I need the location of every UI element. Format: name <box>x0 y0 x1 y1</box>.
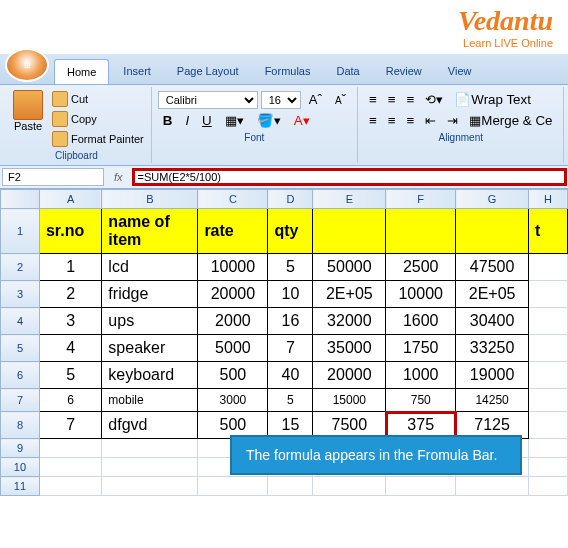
align-bottom-button[interactable]: ≡ <box>402 90 420 109</box>
tab-insert[interactable]: Insert <box>111 59 163 84</box>
cell-B5[interactable]: speaker <box>102 335 198 362</box>
row-header-10[interactable]: 10 <box>1 458 40 477</box>
cell-D4[interactable]: 16 <box>268 308 313 335</box>
row-header-11[interactable]: 11 <box>1 477 40 496</box>
cell-B4[interactable]: ups <box>102 308 198 335</box>
column-header-B[interactable]: B <box>102 190 198 209</box>
cell-F11[interactable] <box>386 477 456 496</box>
align-right-button[interactable]: ≡ <box>402 111 420 130</box>
format-painter-button[interactable]: Format Painter <box>51 130 145 148</box>
name-box[interactable]: F2 <box>2 168 104 186</box>
cell-H4[interactable] <box>528 308 567 335</box>
paste-button[interactable]: Paste <box>8 90 48 148</box>
cell-B1[interactable]: name of item <box>102 209 198 254</box>
column-header-A[interactable]: A <box>39 190 101 209</box>
cell-G1[interactable] <box>456 209 529 254</box>
cell-H3[interactable] <box>528 281 567 308</box>
cell-C2[interactable]: 10000 <box>198 254 268 281</box>
cell-F2[interactable]: 2500 <box>386 254 456 281</box>
border-button[interactable]: ▦▾ <box>220 111 249 130</box>
cell-E2[interactable]: 50000 <box>313 254 386 281</box>
column-header-G[interactable]: G <box>456 190 529 209</box>
font-size-select[interactable]: 16 <box>261 91 301 109</box>
italic-button[interactable]: I <box>180 111 194 130</box>
row-header-6[interactable]: 6 <box>1 362 40 389</box>
cell-G4[interactable]: 30400 <box>456 308 529 335</box>
formula-input[interactable]: =SUM(E2*5/100) <box>132 168 567 186</box>
underline-button[interactable]: U <box>197 111 217 130</box>
cell-E4[interactable]: 32000 <box>313 308 386 335</box>
row-header-8[interactable]: 8 <box>1 412 40 439</box>
column-header-C[interactable]: C <box>198 190 268 209</box>
row-header-5[interactable]: 5 <box>1 335 40 362</box>
row-header-9[interactable]: 9 <box>1 439 40 458</box>
font-name-select[interactable]: Calibri <box>158 91 258 109</box>
tab-home[interactable]: Home <box>54 59 109 84</box>
cell-A8[interactable]: 7 <box>39 412 101 439</box>
cell-B7[interactable]: mobile <box>102 389 198 412</box>
row-header-7[interactable]: 7 <box>1 389 40 412</box>
cell-A3[interactable]: 2 <box>39 281 101 308</box>
cell-E7[interactable]: 15000 <box>313 389 386 412</box>
cell-B2[interactable]: lcd <box>102 254 198 281</box>
cell-G5[interactable]: 33250 <box>456 335 529 362</box>
cell-A1[interactable]: sr.no <box>39 209 101 254</box>
wrap-text-button[interactable]: 📄Wrap Text <box>449 90 536 109</box>
tab-formulas[interactable]: Formulas <box>253 59 323 84</box>
increase-indent-button[interactable]: ⇥ <box>442 111 463 130</box>
row-header-2[interactable]: 2 <box>1 254 40 281</box>
cell-A10[interactable] <box>39 458 101 477</box>
cell-H11[interactable] <box>528 477 567 496</box>
cell-G11[interactable] <box>456 477 529 496</box>
cell-D11[interactable] <box>268 477 313 496</box>
cell-A4[interactable]: 3 <box>39 308 101 335</box>
cell-E3[interactable]: 2E+05 <box>313 281 386 308</box>
cell-B8[interactable]: dfgvd <box>102 412 198 439</box>
cell-C11[interactable] <box>198 477 268 496</box>
column-header-H[interactable]: H <box>528 190 567 209</box>
decrease-indent-button[interactable]: ⇤ <box>420 111 441 130</box>
tab-data[interactable]: Data <box>324 59 371 84</box>
cell-H2[interactable] <box>528 254 567 281</box>
tab-view[interactable]: View <box>436 59 484 84</box>
row-header-4[interactable]: 4 <box>1 308 40 335</box>
align-top-button[interactable]: ≡ <box>364 90 382 109</box>
cell-H8[interactable] <box>528 412 567 439</box>
cell-H1[interactable]: t <box>528 209 567 254</box>
cut-button[interactable]: Cut <box>51 90 145 108</box>
cell-H5[interactable] <box>528 335 567 362</box>
cell-F6[interactable]: 1000 <box>386 362 456 389</box>
cell-D2[interactable]: 5 <box>268 254 313 281</box>
orientation-button[interactable]: ⟲▾ <box>420 90 448 109</box>
cell-H9[interactable] <box>528 439 567 458</box>
cell-C6[interactable]: 500 <box>198 362 268 389</box>
column-header-D[interactable]: D <box>268 190 313 209</box>
cell-F4[interactable]: 1600 <box>386 308 456 335</box>
column-header-F[interactable]: F <box>386 190 456 209</box>
cell-A11[interactable] <box>39 477 101 496</box>
office-button[interactable]: ⊞ <box>5 48 49 82</box>
cell-A2[interactable]: 1 <box>39 254 101 281</box>
row-header-1[interactable]: 1 <box>1 209 40 254</box>
cell-F1[interactable] <box>386 209 456 254</box>
cell-C5[interactable]: 5000 <box>198 335 268 362</box>
align-middle-button[interactable]: ≡ <box>383 90 401 109</box>
cell-D6[interactable]: 40 <box>268 362 313 389</box>
grow-font-button[interactable]: Aˆ <box>304 90 327 109</box>
cell-C3[interactable]: 20000 <box>198 281 268 308</box>
cell-D5[interactable]: 7 <box>268 335 313 362</box>
cell-D3[interactable]: 10 <box>268 281 313 308</box>
cell-G3[interactable]: 2E+05 <box>456 281 529 308</box>
cell-G7[interactable]: 14250 <box>456 389 529 412</box>
cell-A5[interactable]: 4 <box>39 335 101 362</box>
shrink-font-button[interactable]: Aˇ <box>330 90 351 109</box>
font-color-button[interactable]: A▾ <box>289 111 315 130</box>
fx-icon[interactable]: fx <box>106 171 131 183</box>
fill-color-button[interactable]: 🪣▾ <box>252 111 286 130</box>
cell-F7[interactable]: 750 <box>386 389 456 412</box>
cell-E6[interactable]: 20000 <box>313 362 386 389</box>
cell-B10[interactable] <box>102 458 198 477</box>
cell-C1[interactable]: rate <box>198 209 268 254</box>
merge-button[interactable]: ▦Merge & Ce <box>464 111 557 130</box>
align-left-button[interactable]: ≡ <box>364 111 382 130</box>
